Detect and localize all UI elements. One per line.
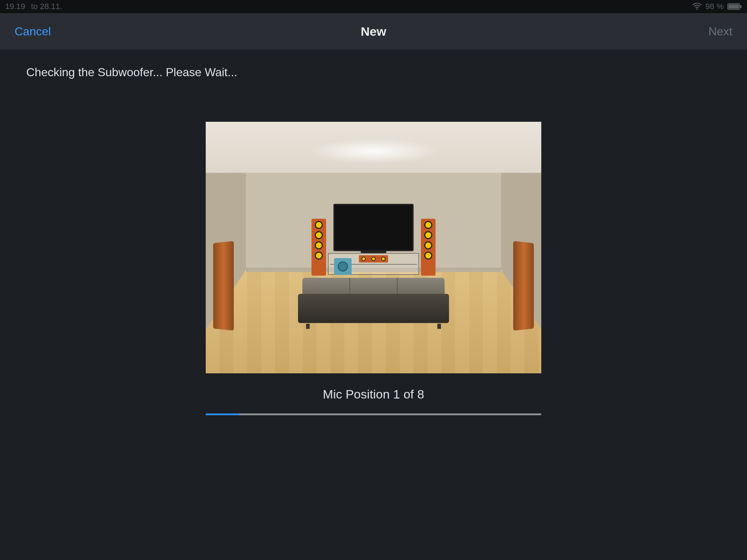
- clock: 19.19: [5, 2, 25, 11]
- status-message: Checking the Subwoofer... Please Wait...: [26, 66, 237, 79]
- mic-position-label: Mic Position 1 of 8: [0, 387, 747, 401]
- wifi-icon: [692, 3, 702, 10]
- sofa-icon: [302, 278, 445, 325]
- surround-left-speaker-icon: [213, 241, 234, 331]
- date: to 28.11.: [31, 2, 62, 11]
- page-title: New: [0, 24, 747, 39]
- front-right-speaker-icon: [421, 219, 436, 276]
- content-area: Checking the Subwoofer... Please Wait...…: [0, 50, 747, 560]
- battery-icon: [727, 3, 742, 10]
- progress-fill: [206, 413, 239, 415]
- surround-right-speaker-icon: [513, 241, 534, 331]
- subwoofer-icon: [334, 258, 352, 275]
- battery-percent: 98 %: [705, 2, 724, 11]
- tv-icon: [333, 204, 414, 251]
- cancel-button[interactable]: Cancel: [15, 25, 51, 38]
- room-illustration: [206, 122, 541, 373]
- svg-rect-2: [728, 4, 739, 9]
- svg-point-0: [696, 8, 698, 10]
- nav-bar: Cancel New Next: [0, 13, 747, 50]
- progress-bar: [206, 413, 541, 415]
- svg-rect-3: [740, 5, 742, 8]
- next-button[interactable]: Next: [708, 25, 732, 38]
- front-left-speaker-icon: [311, 219, 326, 276]
- center-speaker-icon: [359, 255, 388, 262]
- status-bar: 19.19 to 28.11. 98 %: [0, 0, 747, 13]
